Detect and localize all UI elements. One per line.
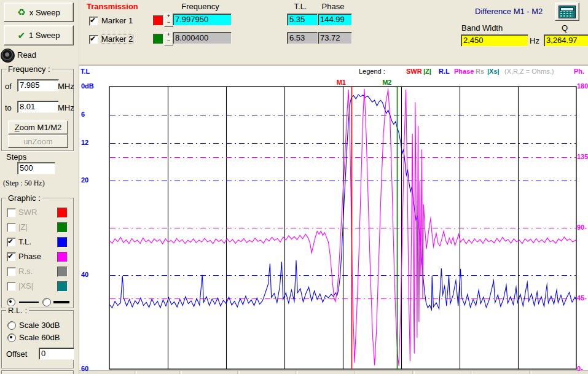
check-icon: ✔ (17, 30, 25, 41)
phase-axis-tick: 180- (577, 82, 588, 90)
read-label: Read (17, 50, 36, 60)
phase-corner-label: Ph. (574, 68, 584, 75)
step-size-hint: (Step : 50 Hz) (3, 179, 45, 188)
tl-axis-tick: 20 (81, 176, 88, 184)
marker2-color-swatch[interactable] (153, 34, 163, 44)
graphic-checkbox-swr[interactable] (7, 208, 16, 217)
marker2-checkbox[interactable] (89, 35, 98, 44)
zoom-button-rest: oom M1/M2 (20, 123, 62, 132)
thick-line-sample (53, 301, 69, 303)
tl-axis-tick: 12 (81, 139, 88, 146)
difference-title: Difference M1 - M2 (475, 7, 543, 16)
frequency-groupbox-title: Frequency : (6, 64, 52, 74)
graphic-swatch-rs (57, 267, 68, 277)
tl-axis-tick: 0dB (81, 82, 94, 90)
q-field[interactable]: 3,264.97 (544, 34, 588, 47)
steps-label: Steps (6, 152, 26, 162)
freq-from-field[interactable]: 7.985 (17, 79, 59, 92)
sweep-loop-icon: ♻ (17, 7, 25, 18)
graphic-checkbox-tl[interactable] (7, 238, 16, 247)
legend-item-rs: Rs (476, 68, 484, 75)
marker1-phase-field[interactable]: 144.99 (318, 14, 352, 26)
of-unit-label: MHz (58, 82, 74, 91)
graphic-checkbox-rs[interactable] (7, 267, 16, 276)
line-thick-radio[interactable] (42, 298, 51, 306)
unzoom-button[interactable]: unZoom (8, 134, 68, 148)
phase-axis-tick: 45- (577, 294, 587, 302)
marker1-label: Marker 1 (101, 16, 133, 25)
marker1-color-swatch[interactable] (153, 15, 163, 26)
marker2-tl-field[interactable]: 6.53 (287, 32, 318, 44)
tl-axis-tick: 40 (81, 271, 88, 278)
legend-item-phase: Phase (454, 68, 474, 75)
legend-item-xs: |Xs| (487, 68, 500, 75)
scale-30db-radio[interactable] (7, 321, 16, 330)
scale-60db-radio[interactable] (7, 333, 16, 342)
marker1-spinner: + − (164, 14, 172, 26)
graphic-label-xs: |XS| (18, 281, 33, 290)
marker1-checkbox[interactable] (89, 17, 98, 26)
frequency-header: Frequency (173, 2, 228, 11)
to-label: to (5, 103, 12, 112)
graphic-label-tl: T.L. (18, 237, 31, 246)
vna-sweep-window: ♻ x Sweep ✔ 1 Sweep Read Transmission Ma… (0, 0, 588, 374)
marker2-phase-field[interactable]: 73.72 (318, 32, 352, 44)
tl-header: T.L. (287, 2, 314, 11)
freq-to-field[interactable]: 8.01 (17, 101, 59, 113)
q-label: Q (544, 23, 586, 33)
one-sweep-button[interactable]: ✔ 1 Sweep (4, 25, 74, 45)
phase-axis-tick: 135- (577, 153, 588, 160)
phase-header: Phase (318, 2, 348, 11)
rl-groupbox: R.L. : Scale 30dB Scale 60dB Offset 0 (1, 310, 74, 368)
bandwidth-unit: Hz (530, 36, 539, 45)
graphic-label-phase: Phase (18, 252, 41, 261)
tl-axis-tick: 6 (81, 111, 85, 118)
thin-line-sample (19, 302, 39, 303)
graphic-swatch-xs (57, 281, 68, 292)
legend-item-z: |Z| (423, 68, 431, 75)
unzoom-button-label: unZoom (23, 137, 53, 146)
graphic-groupbox-title: Graphic : (6, 193, 42, 203)
graphic-label-swr: SWR (18, 208, 37, 217)
graphic-swatch-phase (57, 252, 68, 262)
read-knob-icon[interactable] (1, 49, 15, 63)
graphic-groupbox: Graphic : SWR|Z|T.L.PhaseR.s.|XS| (1, 198, 74, 308)
x-sweep-button[interactable]: ♻ x Sweep (4, 2, 74, 22)
graphic-label-rs: R.s. (18, 267, 33, 276)
of-label: of (5, 82, 12, 91)
sweep-chart: T.L Ph. 0dB612204060180-135-90-45-0-Lege… (79, 65, 588, 374)
chart-marker-label-m1: M1 (337, 79, 346, 86)
zoom-m1m2-button[interactable]: Zoom M1/M2 (8, 120, 68, 134)
legend-item-rl: R.L (439, 68, 450, 75)
graphic-swatch-tl (57, 237, 68, 247)
legend-item-swr: SWR (406, 68, 422, 75)
graphic-label-z: |Z| (18, 222, 28, 232)
marker1-frequency-field[interactable]: 7.997950 (173, 14, 232, 26)
steps-field[interactable]: 500 (17, 162, 55, 174)
marker2-frequency-field[interactable]: 8.000400 (173, 32, 232, 44)
scale-60db-label: Scale 60dB (19, 333, 60, 342)
x-sweep-label: x Sweep (29, 8, 60, 17)
marker1-tl-field[interactable]: 5.35 (287, 14, 318, 26)
phase-axis-tick: 90- (577, 224, 587, 231)
marker2-spinner: + − (164, 32, 172, 45)
bandwidth-label: Band Width (461, 23, 503, 33)
transmission-title: Transmission (87, 2, 138, 11)
sweep-chart-canvas[interactable] (109, 86, 577, 370)
graphic-checkbox-z[interactable] (7, 223, 16, 232)
graphic-checkbox-phase[interactable] (7, 252, 16, 262)
one-sweep-label: 1 Sweep (29, 31, 60, 40)
calculator-icon (559, 6, 576, 18)
bandwidth-field[interactable]: 2,450 (461, 34, 528, 47)
marker2-spin-down[interactable]: − (164, 38, 173, 45)
line-thin-radio[interactable] (7, 298, 15, 306)
graphic-checkbox-xs[interactable] (7, 282, 16, 291)
rl-groupbox-title: R.L. : (6, 306, 29, 315)
zoom-button-hotkey: Z (15, 123, 20, 132)
offset-field[interactable]: 0 (39, 348, 74, 360)
marker1-spin-down[interactable]: − (164, 20, 173, 27)
tl-axis-tick: 60 (81, 365, 88, 372)
tl-corner-label: T.L (80, 68, 90, 75)
bottom-panel-strip (79, 370, 588, 374)
calculator-button[interactable] (555, 2, 579, 21)
